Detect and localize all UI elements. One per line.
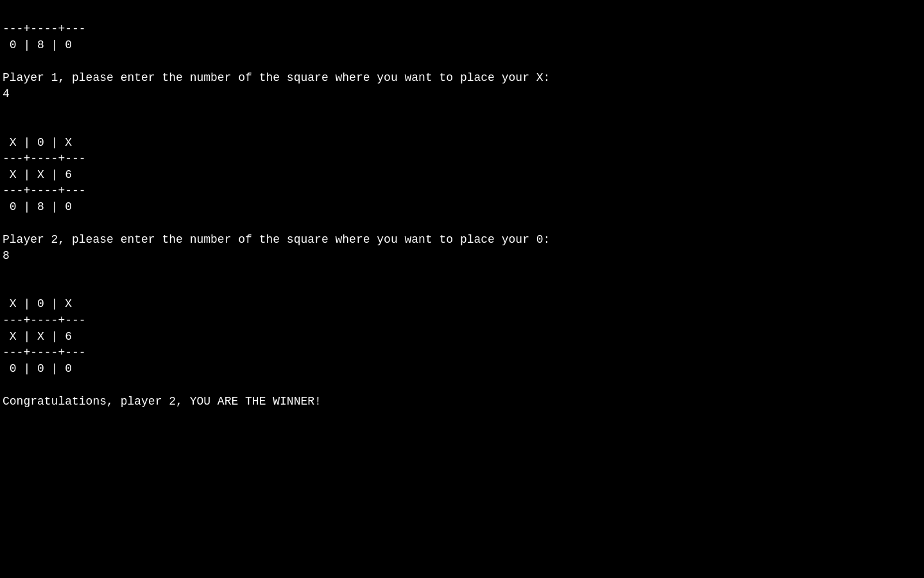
terminal-line-16 <box>3 280 921 296</box>
terminal-line-14: 8 <box>3 248 921 264</box>
terminal-line-12 <box>3 215 921 231</box>
terminal-line-7: X | 0 | X <box>3 135 921 151</box>
terminal-line-1: 0 | 8 | 0 <box>3 37 921 53</box>
terminal-line-17: X | 0 | X <box>3 296 921 312</box>
terminal-line-22 <box>3 377 921 393</box>
terminal-line-13: Player 2, please enter the number of the… <box>3 232 921 248</box>
terminal-line-4: 4 <box>3 86 921 102</box>
terminal-line-2 <box>3 54 921 70</box>
terminal-output: ---+----+--- 0 | 8 | 0 Player 1, please … <box>3 5 921 410</box>
terminal-line-0: ---+----+--- <box>3 21 921 37</box>
terminal-line-9: X | X | 6 <box>3 167 921 183</box>
terminal-line-11: 0 | 8 | 0 <box>3 199 921 215</box>
terminal-line-10: ---+----+--- <box>3 183 921 199</box>
terminal-line-21: 0 | 0 | 0 <box>3 361 921 377</box>
terminal-line-20: ---+----+--- <box>3 345 921 361</box>
terminal-line-3: Player 1, please enter the number of the… <box>3 70 921 86</box>
terminal-line-5 <box>3 102 921 118</box>
terminal-line-19: X | X | 6 <box>3 329 921 345</box>
terminal-line-15 <box>3 264 921 280</box>
terminal-line-18: ---+----+--- <box>3 313 921 329</box>
terminal-line-23: Congratulations, player 2, YOU ARE THE W… <box>3 394 921 410</box>
terminal-line-8: ---+----+--- <box>3 151 921 167</box>
terminal-line-6 <box>3 118 921 134</box>
